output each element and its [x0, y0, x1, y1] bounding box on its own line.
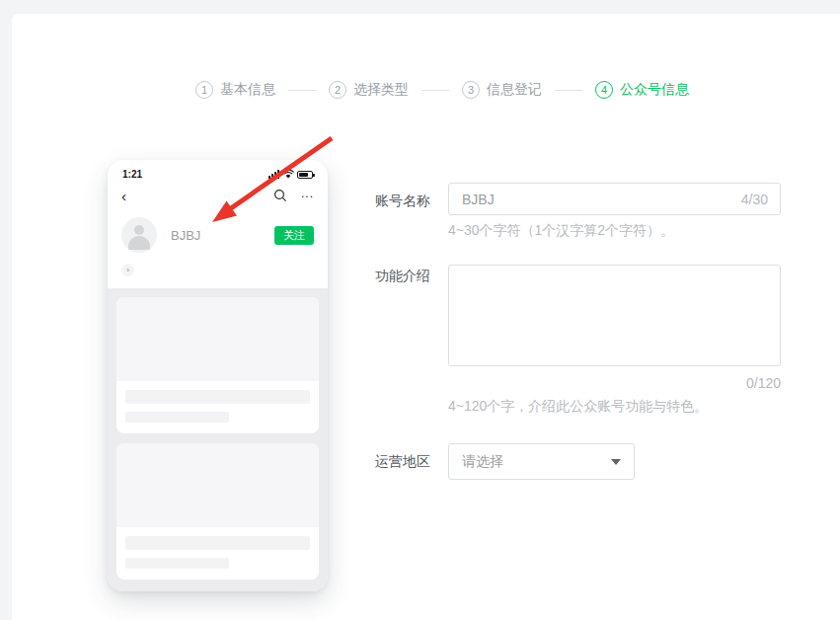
dropdown-caret-icon — [611, 459, 621, 465]
feed-card — [116, 443, 319, 580]
battery-icon — [297, 171, 313, 179]
step-connector — [421, 90, 449, 91]
step-info-registration: 3 信息登记 — [462, 81, 542, 99]
article-feed-placeholder — [108, 288, 328, 591]
region-placeholder: 请选择 — [449, 453, 503, 471]
expand-row: › — [108, 253, 328, 288]
phone-preview: 1:21 ‹ ... BJBJ — [108, 160, 328, 591]
step-connector — [555, 90, 582, 91]
status-time: 1:21 — [122, 169, 142, 180]
main-panel: 1 基本信息 2 选择类型 3 信息登记 4 公众号信息 1:21 — [12, 14, 840, 620]
step-basic-info: 1 基本信息 — [195, 81, 275, 99]
introduction-hint: 4~120个字，介绍此公众账号功能与特色。 — [448, 398, 708, 416]
account-profile-row: BJBJ 关注 — [108, 207, 328, 253]
card-image-placeholder — [116, 443, 319, 527]
wifi-icon — [282, 170, 294, 179]
signal-icon — [268, 170, 279, 179]
card-text-placeholder — [125, 558, 229, 569]
phone-status-bar: 1:21 — [108, 165, 328, 185]
card-text-placeholder — [125, 412, 229, 423]
card-image-placeholder — [116, 297, 319, 381]
back-icon[interactable]: ‹ — [121, 189, 126, 203]
step-official-account-info: 4 公众号信息 — [595, 81, 689, 99]
feed-card — [116, 297, 319, 433]
card-body — [116, 381, 319, 433]
account-name-counter: 4/30 — [741, 192, 780, 207]
chevron-right-icon: › — [121, 264, 134, 276]
status-icons — [268, 170, 313, 179]
introduction-counter: 0/120 — [448, 375, 781, 391]
step-number: 2 — [329, 81, 346, 99]
account-name-input[interactable] — [449, 192, 741, 207]
follow-button: 关注 — [274, 226, 314, 245]
card-text-placeholder — [125, 536, 310, 550]
account-name-label: 账号名称 — [375, 193, 430, 210]
avatar — [121, 217, 157, 253]
step-number: 3 — [462, 81, 480, 99]
account-name-hint: 4~30个字符（1个汉字算2个字符）。 — [448, 222, 674, 240]
account-name-field: 4/30 — [448, 183, 781, 215]
region-label: 运营地区 — [375, 453, 430, 471]
introduction-label: 功能介绍 — [375, 268, 430, 285]
step-choose-type: 2 选择类型 — [329, 81, 409, 99]
search-icon[interactable] — [273, 189, 287, 202]
step-number: 4 — [595, 81, 613, 99]
registration-stepper: 1 基本信息 2 选择类型 3 信息登记 4 公众号信息 — [195, 81, 689, 99]
phone-nav-bar: ‹ ... — [108, 185, 328, 207]
account-name-preview: BJBJ — [171, 228, 200, 243]
region-select[interactable]: 请选择 — [448, 443, 635, 480]
more-icon[interactable]: ... — [301, 191, 314, 201]
step-connector — [288, 90, 316, 91]
card-body — [116, 527, 319, 580]
introduction-textarea[interactable] — [448, 265, 781, 366]
card-text-placeholder — [125, 390, 310, 404]
step-number: 1 — [195, 81, 213, 99]
